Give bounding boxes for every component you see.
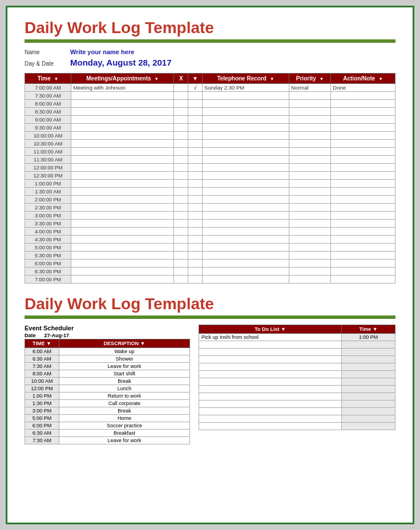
priority-arrow-icon: ▼ [320,76,324,82]
time-cell: 4:30:00 PM [25,236,71,244]
action-cell [331,188,395,196]
action-cell [331,156,395,164]
name-value: Write your name here [70,48,134,55]
tel-cell [202,276,289,284]
time-cell: 12:30:00 PM [25,172,71,180]
es-row: 6:00 AM Wake up [25,348,190,355]
meta-table: Name Write your name here Day & Date Mon… [25,48,395,67]
todo-task-cell [199,408,342,415]
tel-cell [202,196,289,204]
th-priority: Priority ▼ [289,74,331,84]
es-row: 1:00 PM Return to work [25,393,190,400]
check-cell [188,124,203,132]
th-tel: Telephone Record ▼ [202,74,289,84]
es-row: 6:30 AM Shower [25,355,190,363]
schedule-row: 10:00:00 AM [25,132,395,140]
es-table: TIME ▼ DESCRIPTION ▼ 6:00 AM Wake up 6:3… [25,339,190,444]
check-cell [188,276,203,284]
priority-cell [289,116,331,124]
x-cell [174,268,188,276]
es-desc-cell: Breakfast [59,430,190,437]
check-cell [188,212,203,220]
action-cell [331,220,395,228]
th-time: Time ▼ [25,74,71,84]
todo-time-cell [342,408,395,415]
action-cell [331,244,395,252]
check-cell [188,244,203,252]
todo-time-cell [342,386,395,393]
es-desc-cell: Home [59,415,190,422]
meeting-cell [71,252,174,260]
es-th-time: TIME ▼ [25,339,59,348]
x-cell [174,252,188,260]
priority-cell [289,180,331,188]
es-th-desc: DESCRIPTION ▼ [59,339,190,348]
tel-cell [202,100,289,108]
es-time-cell: 6:30 AM [25,430,59,437]
tel-cell [202,268,289,276]
priority-cell [289,164,331,172]
date-label: Day & Date [25,60,70,67]
tel-cell [202,156,289,164]
action-cell: Done [331,84,395,92]
priority-cell [289,92,331,100]
priority-cell [289,228,331,236]
x-cell [174,244,188,252]
todo-time-cell [342,415,395,423]
es-time-arrow-icon: ▼ [46,341,51,346]
es-row: 10:00 AM Break [25,378,190,385]
es-date-row: Date 27-Aug-17 [25,333,190,338]
x-cell [174,172,188,180]
todo-th-time: Time ▼ [342,325,395,334]
schedule-row: 8:00:00 AM [25,100,395,108]
schedule-row: 1:00:00 PM [25,180,395,188]
todo-th-task: To Do List ▼ [199,325,342,334]
todo-row [199,393,395,400]
x-cell [174,196,188,204]
action-cell [331,148,395,156]
todo-task-arrow-icon: ▼ [281,326,286,332]
priority-cell [289,260,331,268]
schedule-row: 5:30:00 PM [25,252,395,260]
schedule-row: 8:30:00 AM [25,108,395,116]
check-cell [188,100,203,108]
check-cell [188,116,203,124]
todo-time-cell [342,378,395,386]
meeting-cell [71,244,174,252]
action-cell [331,172,395,180]
todo-task-cell [199,423,342,430]
schedule-row: 10:30:00 AM [25,140,395,148]
check-cell [188,268,203,276]
action-cell [331,204,395,212]
tel-cell [202,244,289,252]
th-action: Action/Note ▼ [331,74,395,84]
time-cell: 4:00:00 PM [25,228,71,236]
time-cell: 1:30:00 AM [25,188,71,196]
es-date-label: Date [25,333,36,338]
x-cell [174,84,188,92]
time-cell: 7:00:00 PM [25,276,71,284]
todo-row [199,378,395,386]
todo-row [199,423,395,430]
schedule-row: 7:00:00 PM [25,276,395,284]
meeting-cell [71,276,174,284]
meeting-cell [71,228,174,236]
time-cell: 5:00:00 PM [25,244,71,252]
x-cell [174,156,188,164]
tel-cell [202,132,289,140]
action-cell [331,260,395,268]
th-arrow: ▼ [188,74,203,84]
schedule-row: 3:00:00 PM [25,212,395,220]
time-cell: 7:30:00 AM [25,92,71,100]
todo-task-cell [199,356,342,363]
schedule-row: 9:30:00 AM [25,124,395,132]
action-cell [331,92,395,100]
es-desc-cell: Break [59,407,190,415]
meetings-arrow-icon: ▼ [154,76,159,82]
es-time-cell: 1:30 PM [25,400,59,407]
check-cell [188,164,203,172]
time-cell: 2:30:00 PM [25,204,71,212]
section2-green-bar [25,315,395,319]
tel-cell [202,220,289,228]
time-arrow-icon: ▼ [54,76,59,82]
